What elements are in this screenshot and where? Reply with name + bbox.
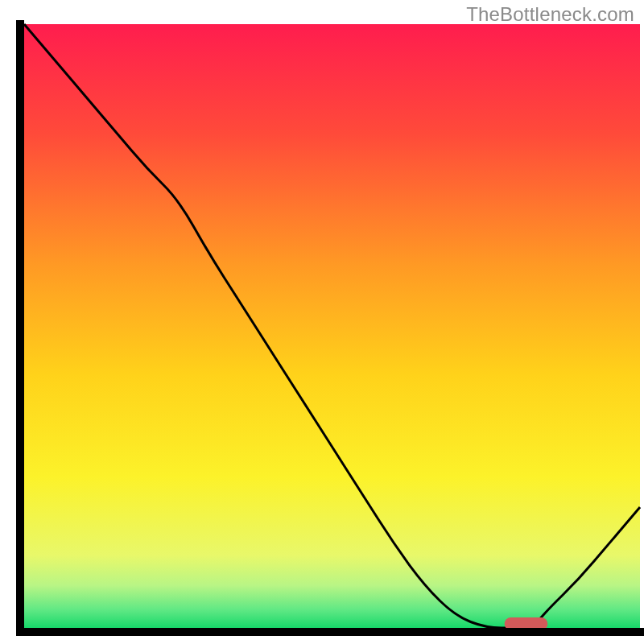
chart-svg [0, 0, 644, 644]
watermark-text: TheBottleneck.com [466, 3, 634, 26]
chart-container: { "watermark": "TheBottleneck.com", "cha… [0, 0, 644, 644]
plot-background [24, 24, 640, 628]
